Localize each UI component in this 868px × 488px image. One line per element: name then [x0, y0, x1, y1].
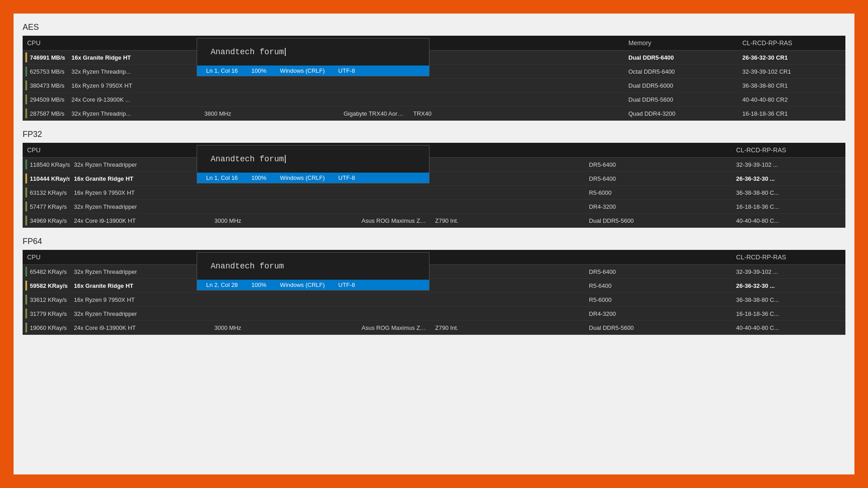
- fp32-status-ln: Ln 1, Col 16: [204, 174, 240, 181]
- fp64-overlay-statusbar: Ln 2, Col 28 100% Windows (CRLF) UTF-8: [197, 280, 429, 290]
- fp32-overlay-statusbar: Ln 1, Col 16 100% Windows (CRLF) UTF-8: [197, 173, 429, 183]
- fp32-col-chipset: [585, 143, 658, 158]
- aes-board-4: Gigabyte TRX40 Aorus Xtreme: [339, 107, 409, 121]
- fp32-tbody-row-2: 63132 KRay/s 16x Ryzen 9 7950X HTR5-6000…: [23, 186, 845, 200]
- aes-cpu-name-1: 32x Ryzen Threadrip...: [67, 65, 200, 79]
- fp64-tbody-bar-1: 59582 KRay/s: [23, 279, 70, 293]
- aes-freq-2: [200, 79, 339, 93]
- aes-bar-2: 380473 MB/s: [23, 79, 67, 93]
- aes-col-board: [409, 36, 554, 51]
- aes-status-encoding: UTF-8: [336, 67, 357, 74]
- fp32-col-memory: [658, 143, 732, 158]
- fp32-tbody-row-1: 110444 KRay/s 16x Granite Ridge HTDR5-64…: [23, 172, 845, 186]
- aes-freq-3: [200, 93, 339, 107]
- fp64-col-timing: CL-RCD-RP-RAS: [731, 250, 845, 265]
- aes-chipset-2: [409, 79, 554, 93]
- aes-bar-3: 294509 MB/s: [23, 93, 67, 107]
- aes-bar-4: 287587 MB/s: [23, 107, 67, 121]
- fp64-tbody-cpu-name-4: 24x Core i9-13900K HT: [70, 321, 210, 335]
- aes-timing-1: 32-39-39-102 CR1: [738, 65, 845, 79]
- aes-timing-2: 36-38-38-80 CR1: [738, 79, 845, 93]
- fp64-tbody-timing-2: 36-38-38-80 C...: [731, 293, 845, 307]
- aes-col-timing: CL-RCD-RP-RAS: [738, 36, 845, 51]
- fp32-col-timing: CL-RCD-RP-RAS: [731, 143, 845, 158]
- aes-bar-0: 746991 MB/s: [23, 51, 67, 65]
- aes-memory-4: Quad DDR4-3200: [624, 107, 738, 121]
- fp64-status-eol: Windows (CRLF): [278, 282, 327, 288]
- aes-table: CPU Memory CL-RCD-RP-RAS 746991 MB/s 16x…: [23, 36, 845, 121]
- fp32-tbody-cpu-name-3: 32x Ryzen Threadripper: [70, 200, 210, 214]
- fp64-overlay-text: Anandtech forum: [211, 262, 284, 271]
- aes-row-0: 746991 MB/s 16x Granite Ridge HTDual DDR…: [23, 51, 845, 65]
- aes-row-4: 287587 MB/s 32x Ryzen Threadrip...3800 M…: [23, 107, 845, 121]
- aes-status-zoom: 100%: [249, 67, 269, 74]
- fp32-status-encoding: UTF-8: [336, 174, 357, 181]
- aes-col-memory: Memory: [624, 36, 738, 51]
- fp64-table: CPU CL-RCD-RP-RAS 65482 KRay/s 32x Ryzen…: [23, 250, 845, 335]
- main-container: AES CPU: [14, 14, 854, 474]
- fp64-title: FP64: [23, 237, 845, 246]
- aes-memory-2: Dual DDR5-6000: [624, 79, 738, 93]
- aes-cpu-name-2: 16x Ryzen 9 7950X HT: [67, 79, 200, 93]
- fp64-status-zoom: 100%: [249, 282, 269, 288]
- aes-timing-0: 26-36-32-30 CR1: [738, 51, 845, 65]
- fp64-tbody-bar-4: 19060 KRay/s: [23, 321, 70, 335]
- fp64-tbody-bar-2: 33612 KRay/s: [23, 293, 70, 307]
- aes-chipset-3: [409, 93, 554, 107]
- aes-board-2: [339, 79, 409, 93]
- fp64-tbody-timing-4: 40-40-40-80 C...: [731, 321, 845, 335]
- fp32-tbody-bar-0: 118540 KRay/s: [23, 158, 70, 172]
- fp32-overlay: Anandtech forum Ln 1, Col 16 100% Window…: [197, 145, 429, 183]
- fp64-tbody-row-1: 59582 KRay/s 16x Granite Ridge HTR5-6400…: [23, 279, 845, 293]
- fp32-status-zoom: 100%: [249, 174, 269, 181]
- aes-overlay-cursor: [285, 48, 286, 56]
- aes-col-cpu: CPU: [23, 36, 200, 51]
- fp32-tbody-row-0: 118540 KRay/s 32x Ryzen ThreadripperDR5-…: [23, 158, 845, 172]
- aes-col-chipset: [554, 36, 624, 51]
- fp32-tbody-cpu-name-0: 32x Ryzen Threadripper: [70, 158, 210, 172]
- fp32-tbody-timing-2: 36-38-38-80 C...: [731, 186, 845, 200]
- aes-overlay: Anandtech forum Ln 1, Col 16 100% Window…: [197, 38, 429, 76]
- fp32-table: CPU CL-RCD-RP-RAS 118540 KRay/s 32x Ryze…: [23, 143, 845, 228]
- aes-memory-1: Octal DDR5-6400: [624, 65, 738, 79]
- fp64-section: FP64 CPU: [23, 237, 845, 335]
- aes-overlay-text: Anandtech forum: [211, 47, 284, 56]
- fp32-tbody-bar-3: 57477 KRay/s: [23, 200, 70, 214]
- aes-row-1: 625753 MB/s 32x Ryzen Threadrip...Octal …: [23, 65, 845, 79]
- aes-timing-3: 40-40-40-80 CR2: [738, 93, 845, 107]
- fp32-tbody-bar-2: 63132 KRay/s: [23, 186, 70, 200]
- fp32-section: FP32 CPU: [23, 130, 845, 228]
- fp32-overlay-content: Anandtech forum: [197, 145, 429, 173]
- aes-status-eol: Windows (CRLF): [278, 67, 327, 74]
- fp32-tbody-cpu-name-4: 24x Core i9-13900K HT: [70, 214, 210, 228]
- aes-chipset-1: [409, 65, 554, 79]
- aes-section: AES CPU: [23, 23, 845, 121]
- fp64-tbody-row-3: 31779 KRay/s 32x Ryzen ThreadripperDR4-3…: [23, 307, 845, 321]
- aes-cpu-name-4: 32x Ryzen Threadrip...: [67, 107, 200, 121]
- fp32-tbody-row-4: 34969 KRay/s 24x Core i9-13900K HT3000 M…: [23, 214, 845, 228]
- fp64-table-wrapper: CPU CL-RCD-RP-RAS 65482 KRay/s 32x Ryzen…: [23, 250, 845, 335]
- fp32-col-board: [431, 143, 585, 158]
- fp32-status-eol: Windows (CRLF): [278, 174, 327, 181]
- aes-title: AES: [23, 23, 845, 32]
- fp64-overlay-content: Anandtech forum: [197, 253, 429, 280]
- fp64-overlay: Anandtech forum Ln 2, Col 28 100% Window…: [197, 252, 429, 291]
- fp64-tbody-timing-0: 32-39-39-102 ...: [731, 265, 845, 279]
- fp64-col-board: [431, 250, 585, 265]
- fp32-overlay-cursor: [285, 155, 286, 163]
- aes-memory-0: Dual DDR5-6400: [624, 51, 738, 65]
- fp32-tbody-cpu-name-1: 16x Granite Ridge HT: [70, 172, 210, 186]
- aes-row-2: 380473 MB/s 16x Ryzen 9 7950X HTDual DDR…: [23, 79, 845, 93]
- fp32-tbody-cpu-name-2: 16x Ryzen 9 7950X HT: [70, 186, 210, 200]
- fp64-tbody-timing-3: 16-18-18-36 C...: [731, 307, 845, 321]
- fp32-tbody-bar-1: 110444 KRay/s: [23, 172, 70, 186]
- fp32-tbody-timing-3: 16-18-18-36 C...: [731, 200, 845, 214]
- fp64-tbody-cpu-name-1: 16x Granite Ridge HT: [70, 279, 210, 293]
- aes-overlay-statusbar: Ln 1, Col 16 100% Windows (CRLF) UTF-8: [197, 66, 429, 76]
- fp64-tbody-row-2: 33612 KRay/s 16x Ryzen 9 7950X HTR5-6000…: [23, 293, 845, 307]
- fp32-tbody-row-3: 57477 KRay/s 32x Ryzen ThreadripperDR4-3…: [23, 200, 845, 214]
- fp32-overlay-text: Anandtech forum: [211, 155, 284, 164]
- fp32-tbody-bar-4: 34969 KRay/s: [23, 214, 70, 228]
- fp64-status-encoding: UTF-8: [336, 282, 357, 288]
- fp64-tbody-row-4: 19060 KRay/s 24x Core i9-13900K HT3000 M…: [23, 321, 845, 335]
